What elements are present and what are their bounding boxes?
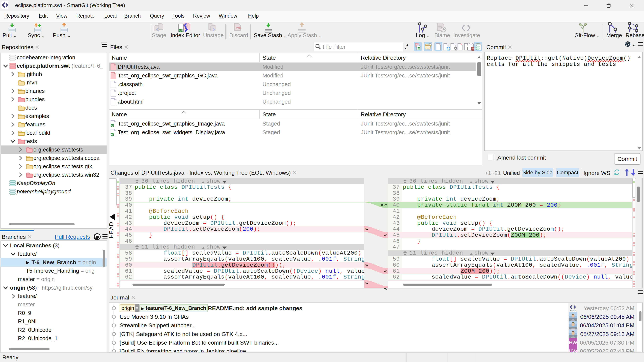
svg-text:SmartGit: SmartGit	[570, 310, 577, 312]
